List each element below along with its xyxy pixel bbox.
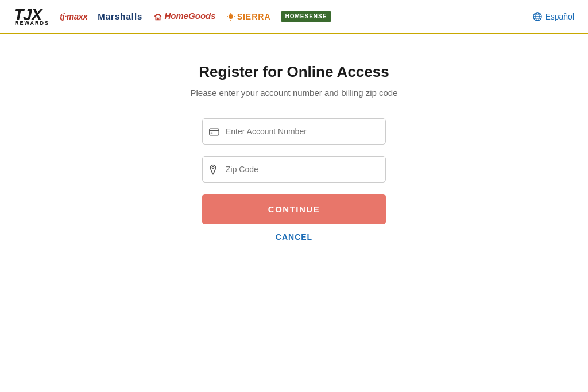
homesense-line1: HOME bbox=[285, 13, 305, 20]
sierra-logo: SIERRA bbox=[226, 12, 271, 21]
sierra-sun-icon bbox=[226, 12, 235, 21]
marshalls-logo: Marshalls bbox=[98, 11, 142, 21]
registration-form: CONTINUE CANCEL bbox=[202, 118, 386, 242]
continue-button[interactable]: CONTINUE bbox=[202, 194, 386, 224]
svg-point-1 bbox=[229, 14, 233, 19]
svg-rect-0 bbox=[157, 18, 160, 20]
rewards-text: REWARDS bbox=[15, 21, 49, 26]
homegoods-logo: HomeGoods bbox=[153, 11, 215, 22]
zip-code-input[interactable] bbox=[202, 156, 386, 183]
homegoods-arc-icon bbox=[153, 11, 163, 22]
site-header: TJX REWARDS tj·maxx Marshalls HomeGoods bbox=[0, 0, 588, 34]
sierra-text: SIERRA bbox=[237, 12, 271, 21]
globe-icon bbox=[533, 12, 542, 21]
homesense-line2: SENSE bbox=[305, 13, 327, 20]
language-button[interactable]: Español bbox=[533, 12, 574, 21]
page-title: Register for Online Access bbox=[199, 63, 389, 81]
account-number-input[interactable] bbox=[202, 118, 386, 145]
cancel-button[interactable]: CANCEL bbox=[276, 232, 312, 242]
tjmaxx-logo: tj·maxx bbox=[60, 11, 87, 21]
homegoods-text: HomeGoods bbox=[164, 11, 215, 21]
main-content: Register for Online Access Please enter … bbox=[0, 34, 588, 242]
homesense-logo: HOME SENSE bbox=[281, 11, 331, 22]
page-subtitle: Please enter your account number and bil… bbox=[190, 88, 397, 98]
tjx-rewards-logo: TJX REWARDS bbox=[14, 7, 49, 26]
brand-logos: TJX REWARDS tj·maxx Marshalls HomeGoods bbox=[14, 7, 331, 26]
language-label: Español bbox=[545, 12, 574, 21]
zip-code-wrapper bbox=[202, 156, 386, 183]
account-number-wrapper bbox=[202, 118, 386, 145]
